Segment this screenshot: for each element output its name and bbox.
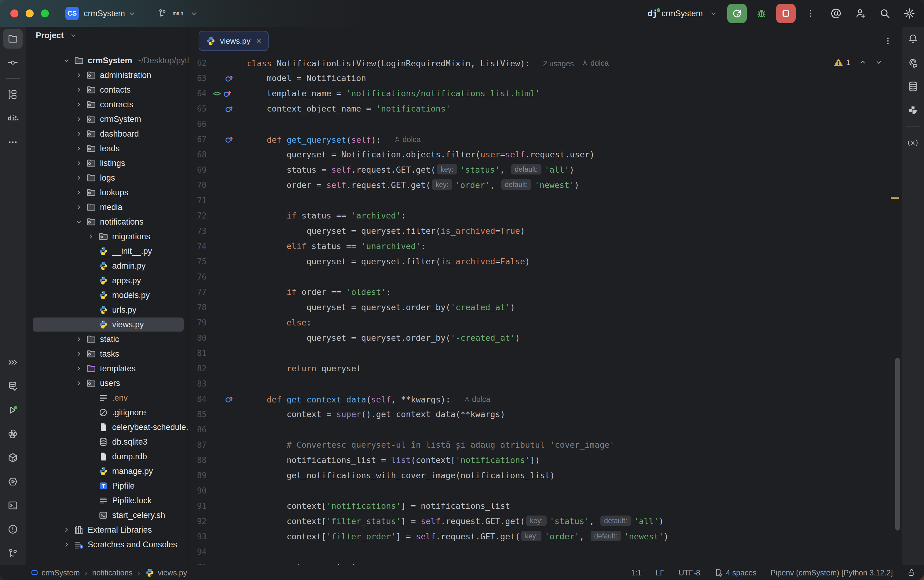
code-text[interactable]: context['notifications'] = notifications… — [247, 498, 510, 514]
chevron-right-icon[interactable] — [72, 365, 85, 372]
tree-item-external-libraries[interactable]: External Libraries — [26, 522, 189, 537]
status-unlock[interactable] — [907, 568, 916, 577]
tree-item-notifications[interactable]: notifications — [26, 214, 189, 229]
commit-icon[interactable] — [3, 53, 23, 72]
tree-item-manage-py[interactable]: manage.py — [26, 464, 189, 479]
overrides-gutter-icon[interactable] — [224, 394, 234, 404]
line-number[interactable]: 76 — [189, 269, 207, 285]
ai-assistant-chat-icon[interactable] — [903, 53, 923, 72]
chevron-right-icon[interactable] — [72, 351, 85, 357]
tab-close-icon[interactable]: × — [256, 36, 262, 46]
database-check-icon[interactable] — [3, 376, 23, 396]
chevron-right-icon[interactable] — [85, 233, 97, 240]
line-number[interactable]: 86 — [189, 422, 207, 437]
chevron-down-icon[interactable] — [60, 57, 73, 64]
code-text[interactable]: queryset = queryset.filter(is_archived=T… — [247, 223, 525, 239]
prev-problem-icon[interactable] — [860, 59, 866, 66]
code-text[interactable]: def get_queryset(self): dolca — [247, 132, 421, 147]
overrides-gutter-icon[interactable] — [222, 89, 232, 98]
line-number[interactable]: 77 — [189, 285, 207, 300]
tree-item-pipfile-lock[interactable]: Pipfile.lock — [26, 493, 189, 508]
code-text[interactable]: else: — [247, 315, 311, 330]
code-text[interactable]: # Convertesc queryset-ul în listă și ada… — [247, 437, 614, 453]
code-line-82[interactable]: 82 return queryset — [189, 361, 902, 376]
line-number[interactable]: 81 — [189, 346, 207, 361]
settings-icon[interactable] — [903, 7, 916, 20]
code-line-70[interactable]: 70 order = self.request.GET.get(key:'ord… — [189, 178, 902, 193]
code-line-91[interactable]: 91 context['notifications'] = notificati… — [189, 498, 902, 514]
code-line-78[interactable]: 78 queryset = queryset.order_by('created… — [189, 300, 902, 315]
tree-item-scratches-and-consoles[interactable]: Scratches and Consoles — [26, 537, 189, 552]
code-text[interactable]: elif status == 'unarchived': — [247, 239, 426, 254]
line-number[interactable]: 69 — [189, 162, 207, 178]
tree-item-logs[interactable]: logs — [26, 171, 189, 185]
terminal-icon[interactable] — [3, 496, 23, 515]
tree-item-migrations[interactable]: migrations — [26, 229, 189, 244]
editor-scrollbar[interactable] — [895, 358, 900, 531]
zoom-window-button[interactable] — [41, 10, 49, 17]
code-line-64[interactable]: 64<> template_name = 'notifications/noti… — [189, 86, 902, 101]
problems-icon[interactable] — [3, 519, 23, 539]
code-text[interactable]: queryset = Notification.objects.filter(u… — [247, 147, 595, 162]
line-number[interactable]: 90 — [189, 483, 207, 498]
tab-views-py[interactable]: views.py × — [199, 31, 268, 51]
chevron-right-icon[interactable] — [72, 101, 85, 108]
code-text[interactable]: def get_context_data(self, **kwargs): do… — [247, 391, 491, 407]
line-number[interactable]: 85 — [189, 407, 207, 422]
code-text[interactable]: status = self.request.GET.get(key:'statu… — [247, 162, 574, 178]
code-text[interactable]: context['filter_order'] = self.request.G… — [247, 529, 669, 544]
line-number[interactable]: 64 — [189, 86, 207, 101]
add-user-icon[interactable] — [854, 7, 867, 20]
code-line-65[interactable]: 65 context_object_name = 'notifications' — [189, 101, 902, 117]
tree-item--gitignore[interactable]: .gitignore — [26, 405, 189, 420]
chevron-right-icon[interactable] — [72, 86, 85, 93]
line-number[interactable]: 93 — [189, 529, 207, 544]
line-number[interactable]: 71 — [189, 193, 207, 208]
code-line-92[interactable]: 92 context['filter_status'] = self.reque… — [189, 514, 902, 529]
tree-item-models-py[interactable]: models.py — [26, 288, 189, 303]
code-text[interactable]: class NotificationListView(LoginRequired… — [247, 55, 609, 71]
line-number[interactable]: 82 — [189, 361, 207, 376]
breadcrumb-views-py[interactable]: views.py — [145, 568, 187, 578]
code-text[interactable]: queryset = queryset.filter(is_archived=F… — [247, 254, 530, 269]
line-number[interactable]: 70 — [189, 178, 207, 193]
tree-item-templates[interactable]: templates — [26, 361, 189, 376]
tree-item-crmsystem[interactable]: crmSystem — [26, 112, 189, 127]
chevron-right-icon[interactable] — [72, 189, 85, 196]
go-to-template-icon[interactable]: <> — [212, 89, 221, 98]
tree-item-listings[interactable]: listings — [26, 156, 189, 171]
chevron-right-icon[interactable] — [60, 541, 73, 548]
tree-item-lookups[interactable]: lookups — [26, 185, 189, 200]
code-text[interactable]: get_notifications_with_cover_image(notif… — [247, 468, 555, 483]
code-text[interactable]: template_name = 'notifications/notificat… — [247, 86, 540, 101]
code-line-86[interactable]: 86 — [189, 422, 902, 437]
project-widget[interactable]: CS crmSystem — [49, 7, 136, 20]
tree-item-media[interactable]: media — [26, 200, 189, 214]
line-number[interactable]: 62 — [189, 55, 207, 71]
chevron-right-icon[interactable] — [60, 527, 73, 533]
code-line-62[interactable]: 62class NotificationListView(LoginRequir… — [189, 55, 902, 71]
code-text[interactable]: context['filter_status'] = self.request.… — [247, 514, 664, 529]
code-text[interactable]: notifications_list = list(context['notif… — [247, 453, 540, 468]
line-number[interactable]: 94 — [189, 544, 207, 560]
code-line-90[interactable]: 90 — [189, 483, 902, 498]
code-line-63[interactable]: 63 model = Notification — [189, 71, 902, 86]
line-number[interactable]: 80 — [189, 330, 207, 346]
code-line-81[interactable]: 81 — [189, 346, 902, 361]
tree-item-contacts[interactable]: contacts — [26, 82, 189, 97]
code-line-80[interactable]: 80 queryset = queryset.order_by('-create… — [189, 330, 902, 346]
code-line-69[interactable]: 69 status = self.request.GET.get(key:'st… — [189, 162, 902, 178]
status-pipenv-crmsystem-python-3-12-2-[interactable]: Pipenv (crmSystem) [Python 3.12.2] — [771, 568, 893, 577]
line-number[interactable]: 67 — [189, 132, 207, 147]
project-folder-icon[interactable] — [3, 29, 23, 49]
code-line-79[interactable]: 79 else: — [189, 315, 902, 330]
tree-item-administration[interactable]: administration — [26, 68, 189, 82]
line-number[interactable]: 88 — [189, 453, 207, 468]
tree-item-leads[interactable]: leads — [26, 141, 189, 156]
line-number[interactable]: 83 — [189, 376, 207, 391]
line-number[interactable]: 78 — [189, 300, 207, 315]
plugins-icon[interactable] — [903, 101, 923, 120]
code-line-74[interactable]: 74 elif status == 'unarchived': — [189, 239, 902, 254]
overrides-gutter-icon[interactable] — [224, 74, 234, 83]
chevron-right-icon[interactable] — [72, 145, 85, 152]
